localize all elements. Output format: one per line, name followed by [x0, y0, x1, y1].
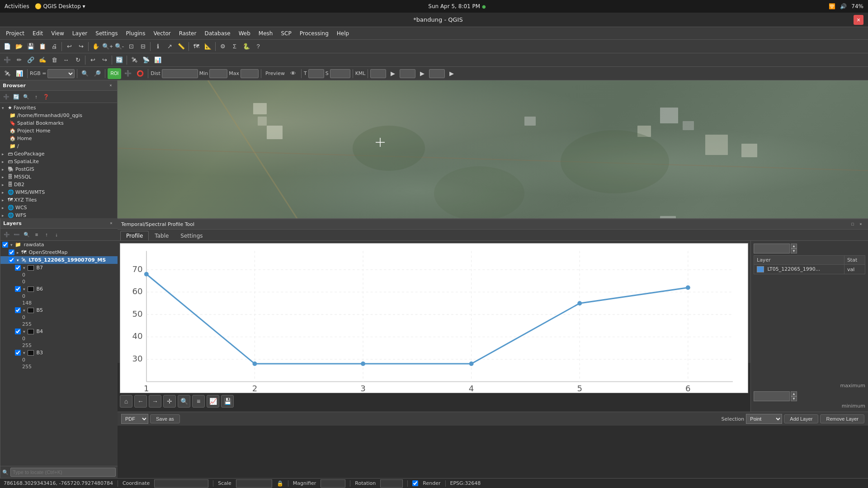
identify-btn[interactable]: ℹ — [152, 41, 163, 52]
browser-properties-btn[interactable]: ❓ — [42, 92, 51, 101]
table-row[interactable]: LT05_122065_1990... val — [754, 265, 865, 274]
preview-icon-btn[interactable]: 👁 — [288, 68, 299, 79]
scp-roi-icon2[interactable]: 📊 — [14, 68, 25, 79]
measure-btn[interactable]: 📏 — [176, 41, 187, 52]
menu-database[interactable]: Database — [201, 29, 234, 38]
menu-processing[interactable]: Processing — [296, 29, 332, 38]
lt05-check[interactable] — [9, 257, 14, 263]
browser-item-geopackage[interactable]: ▸ 🗃 GeoPackage — [0, 150, 117, 158]
plus-roi-btn[interactable]: ➕ — [123, 68, 133, 79]
scale-input[interactable]: 1:26393 — [236, 479, 272, 488]
add-vector-btn[interactable]: 📐 — [203, 41, 213, 52]
layer-item-b4[interactable]: ▾ B4 — [0, 328, 118, 335]
select-btn[interactable]: ↗ — [164, 41, 175, 52]
save-as-btn[interactable]: 📋 — [37, 41, 48, 52]
menu-layer[interactable]: Layer — [69, 29, 91, 38]
help-btn2[interactable]: ? — [253, 41, 264, 52]
rotate-btn[interactable]: ↻ — [72, 55, 83, 66]
scp-roi-icon[interactable]: 🛰 — [2, 68, 13, 79]
zoom-roi-btn[interactable]: 🔍 — [80, 68, 90, 79]
scp2-btn[interactable]: 📡 — [141, 55, 151, 66]
chart-back-btn[interactable]: ← — [134, 395, 147, 408]
menu-view[interactable]: View — [47, 29, 67, 38]
browser-item-home-qgis[interactable]: 📁 /home/firmanhadi/00_qgis — [0, 112, 117, 119]
lock-icon[interactable]: 🔒 — [277, 480, 283, 487]
print-btn[interactable]: 🖨 — [49, 41, 60, 52]
coordinate-input[interactable]: 786168.765721 — [154, 479, 208, 488]
redo-btn[interactable]: ↪ — [75, 41, 86, 52]
layer-item-b7-0b[interactable]: 0 — [0, 278, 118, 285]
zoom-out-btn[interactable]: 🔍- — [114, 41, 125, 52]
epsg-label[interactable]: EPSG:32648 — [450, 480, 481, 486]
rotation-input[interactable]: 0.0° — [380, 479, 403, 488]
scp-btn[interactable]: 🛰 — [129, 55, 140, 66]
layer-item-b5-0[interactable]: 0 — [0, 314, 118, 321]
layer-item-b6[interactable]: ▾ B6 — [0, 285, 118, 293]
browser-refresh-btn[interactable]: 🔄 — [12, 92, 21, 101]
save-btn[interactable]: 💾 — [25, 41, 36, 52]
arr-right-btn[interactable]: ▶ — [387, 68, 398, 79]
layer-item-b4-255[interactable]: 255 — [0, 342, 118, 349]
chart-zoom-btn[interactable]: 🔍 — [178, 395, 190, 408]
browser-item-db2[interactable]: ▸ 🗄 DB2 — [0, 181, 117, 188]
roi-btn[interactable]: ROI — [108, 68, 121, 79]
arr-right3-btn[interactable]: ▶ — [446, 68, 457, 79]
new-project-btn[interactable]: 📄 — [2, 41, 13, 52]
close-button[interactable]: × — [854, 15, 863, 25]
open-btn[interactable]: 📂 — [14, 41, 24, 52]
zoom-roi2-btn[interactable]: 🔎 — [92, 68, 103, 79]
move-btn[interactable]: ↔ — [61, 55, 71, 66]
browser-item-wms[interactable]: ▸ 🌐 WMS/WMTS — [0, 188, 117, 196]
delete-btn[interactable]: 🗑 — [49, 55, 60, 66]
chart-trend-btn[interactable]: 📈 — [207, 395, 219, 408]
pan-btn[interactable]: ✋ — [90, 41, 101, 52]
t-input[interactable]: 0 — [308, 69, 324, 78]
locate-input[interactable] — [10, 468, 116, 477]
statistics-btn[interactable]: Σ — [229, 41, 240, 52]
rgb-select[interactable] — [47, 69, 75, 78]
menu-project[interactable]: Project — [2, 29, 28, 38]
profile-expand-btn[interactable]: □ — [849, 221, 856, 228]
zoom-full-btn[interactable]: ⊡ — [126, 41, 137, 52]
layer-item-b3-255[interactable]: 255 — [0, 363, 118, 370]
layers-close-btn[interactable]: × — [108, 220, 115, 227]
point-select[interactable]: Point — [746, 414, 782, 424]
layer-item-b5[interactable]: ▾ B5 — [0, 306, 118, 314]
chart-config-btn[interactable]: ≡ — [192, 395, 205, 408]
redo2-btn[interactable]: ↪ — [99, 55, 110, 66]
min-spin-down[interactable]: ▼ — [791, 396, 797, 401]
browser-collapse-tree-btn[interactable]: ↑ — [32, 92, 41, 101]
layer-item-rawdata[interactable]: ▾ 📁 rawdata — [0, 241, 118, 249]
chart-pan-btn[interactable]: ✛ — [163, 395, 176, 408]
layers-filter2-btn[interactable]: ≡ — [32, 230, 41, 239]
activities-label[interactable]: Activities — [5, 3, 29, 9]
menu-scp[interactable]: SCP — [277, 29, 295, 38]
max-stats-input[interactable]: 71.00 — [754, 244, 790, 253]
chart-forward-btn[interactable]: → — [149, 395, 161, 408]
max-input[interactable]: 100 — [241, 69, 259, 78]
zoom-in-btn[interactable]: 🔍+ — [102, 41, 113, 52]
min-spin-up[interactable]: ▲ — [791, 391, 797, 396]
layer-item-b6-0[interactable]: 0 — [0, 293, 118, 300]
menu-help[interactable]: Help — [333, 29, 353, 38]
layers-filter-btn[interactable]: 🔍 — [22, 230, 31, 239]
refresh-btn[interactable]: 🔄 — [114, 55, 125, 66]
layer-item-b7-0a[interactable]: 0 — [0, 272, 118, 278]
settings-btn[interactable]: ⚙ — [217, 41, 228, 52]
edit-btn[interactable]: ✍ — [37, 55, 48, 66]
add-layer-button[interactable]: Add Layer — [784, 414, 818, 423]
max-spin-up[interactable]: ▲ — [791, 244, 797, 249]
layer-item-b3[interactable]: ▾ B3 — [0, 349, 118, 357]
chart-save-btn[interactable]: 💾 — [221, 395, 234, 408]
layer-item-b4-0[interactable]: 0 — [0, 335, 118, 342]
menu-mesh[interactable]: Mesh — [255, 29, 277, 38]
browser-item-spatialite[interactable]: ▸ 🗃 SpatiaLite — [0, 158, 117, 165]
browser-filter-btn[interactable]: 🔍 — [22, 92, 31, 101]
browser-item-spatial-bookmarks[interactable]: 🔖 Spatial Bookmarks — [0, 119, 117, 127]
n1-input[interactable]: 0 — [370, 69, 386, 78]
browser-item-home[interactable]: 🏠 Home — [0, 135, 117, 142]
magnifier-input[interactable]: 100% — [321, 479, 345, 488]
dist-input[interactable]: 0.010000 — [162, 69, 198, 78]
layers-add-btn[interactable]: ➕ — [2, 230, 11, 239]
layer-item-b5-255[interactable]: 255 — [0, 321, 118, 328]
